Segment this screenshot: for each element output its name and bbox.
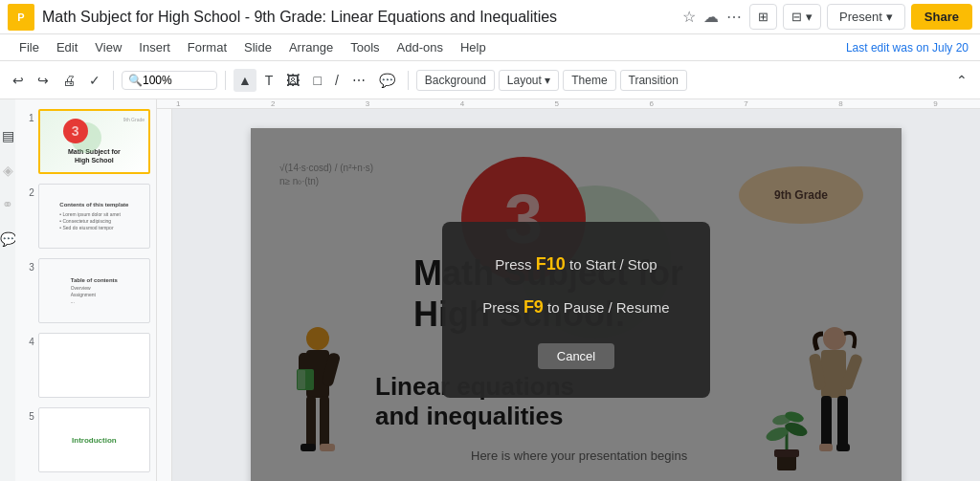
zoom-icon: 🔍	[128, 74, 143, 87]
dialog-line-1: Press F10 to Start / Stop	[480, 251, 672, 278]
slide-thumb-2[interactable]: 2 Contents of this template • Lorem ipsu…	[19, 182, 152, 251]
slide-preview-4	[38, 333, 150, 398]
dialog-line-1-suffix: to Start / Stop	[566, 256, 657, 273]
last-edit-link[interactable]: Last edit was on July 20	[846, 41, 969, 55]
text-tool-button[interactable]: T	[260, 69, 278, 92]
pointer-tool-button[interactable]: ▲	[234, 69, 256, 92]
toolbar-divider-2	[225, 71, 226, 90]
canvas-area: 1 2 3 4 5 6 7 8 9 3 9th Grade	[157, 99, 980, 481]
slide-thumb-3[interactable]: 3 Table of contents OverviewAssignment..…	[19, 256, 152, 325]
menu-view[interactable]: View	[87, 37, 129, 57]
title-action-icons: ☆ ☁ ⋯	[682, 8, 742, 26]
main-content: ▤ ◈ ⚭ 💬 1 3 Math Subject forHigh School …	[0, 99, 980, 481]
slide-preview-1: 3 Math Subject forHigh School 9th Grade	[38, 109, 150, 174]
zoom-search-box[interactable]: 🔍	[122, 71, 217, 90]
line-tool-button[interactable]: /	[330, 69, 344, 92]
present-button[interactable]: Present ▾	[827, 4, 905, 30]
filmstrip-icon[interactable]: ▤	[2, 128, 14, 143]
slide-preview-5: Introduction	[38, 407, 150, 472]
slide-preview-2: Contents of this template • Lorem ipsum …	[38, 184, 150, 249]
shape-tool-button[interactable]: □	[308, 69, 325, 92]
side-icon-strip: ▤ ◈ ⚭ 💬	[0, 99, 15, 481]
slide-canvas: 3 9th Grade √(14·s·cosd) / (n²+n·s) n≥ n…	[172, 109, 980, 481]
transition-button[interactable]: Transition	[620, 70, 687, 91]
undo-button[interactable]: ↩	[8, 69, 29, 92]
dialog-overlay: Press F10 to Start / Stop Press F9 to Pa…	[251, 128, 902, 481]
ruler-horizontal: 1 2 3 4 5 6 7 8 9	[157, 99, 980, 109]
document-title: Math Subject for High School - 9th Grade…	[42, 9, 675, 26]
slide-num-1: 1	[21, 113, 34, 123]
menu-help[interactable]: Help	[453, 37, 494, 57]
slide-num-2: 2	[21, 187, 34, 198]
last-edit-info: Last edit was on July 20	[846, 41, 969, 55]
f9-key: F9	[523, 297, 544, 317]
animation-icon[interactable]: ◈	[3, 163, 13, 178]
more-tools-button[interactable]: ⋯	[347, 69, 370, 92]
star-icon[interactable]: ☆	[682, 8, 696, 26]
f10-key: F10	[536, 254, 566, 273]
ruler-vertical	[157, 109, 172, 481]
main-slide[interactable]: 3 9th Grade √(14·s·cosd) / (n²+n·s) n≥ n…	[251, 128, 902, 481]
spellcheck-button[interactable]: ✓	[84, 69, 105, 92]
menu-arrange[interactable]: Arrange	[281, 37, 341, 57]
slide-thumb-4[interactable]: 4	[19, 331, 152, 400]
layout-toggle-button[interactable]: ⊟ ▾	[783, 4, 821, 30]
toolbar-divider-1	[113, 71, 114, 90]
slide-thumb-5[interactable]: 5 Introduction	[19, 405, 152, 474]
menu-file[interactable]: File	[11, 37, 47, 57]
dialog-line-2-prefix: Press	[482, 299, 523, 316]
toolbar: ↩ ↪ 🖨 ✓ 🔍 ▲ T 🖼 □ / ⋯ 💬 Background Layou…	[0, 61, 980, 99]
dialog-line-2: Press F9 to Pause / Resume	[480, 294, 672, 321]
cloud-icon[interactable]: ☁	[703, 8, 719, 26]
app-logo: P	[8, 4, 34, 31]
comment-strip-icon[interactable]: 💬	[0, 231, 16, 247]
dialog-line-1-prefix: Press	[495, 256, 536, 273]
zoom-input[interactable]	[143, 74, 181, 87]
dialog-line-2-suffix: to Pause / Resume	[544, 299, 670, 316]
menu-format[interactable]: Format	[180, 37, 234, 57]
background-button[interactable]: Background	[416, 70, 495, 91]
comment-button[interactable]: 💬	[374, 69, 400, 92]
toolbar-divider-3	[408, 71, 409, 90]
collapse-panel-button[interactable]: ⌃	[951, 69, 972, 92]
ruler-v-wrapper: 3 9th Grade √(14·s·cosd) / (n²+n·s) n≥ n…	[157, 109, 980, 481]
title-bar: P Math Subject for High School - 9th Gra…	[0, 0, 980, 34]
slide-num-5: 5	[21, 411, 34, 422]
keyboard-shortcut-dialog: Press F10 to Start / Stop Press F9 to Pa…	[442, 222, 710, 399]
image-tool-button[interactable]: 🖼	[281, 69, 304, 92]
print-button[interactable]: 🖨	[57, 69, 80, 92]
menu-tools[interactable]: Tools	[343, 37, 387, 57]
more-icon[interactable]: ⋯	[726, 8, 742, 26]
share-button[interactable]: Share	[911, 4, 972, 30]
menu-insert[interactable]: Insert	[131, 37, 178, 57]
thumb-2-content: Contents of this template • Lorem ipsum …	[56, 197, 132, 234]
slide-num-4: 4	[21, 337, 34, 347]
slide-thumb-1[interactable]: 1 3 Math Subject forHigh School 9th Grad…	[19, 107, 152, 176]
slide-preview-3: Table of contents OverviewAssignment...	[38, 258, 150, 323]
thumb-5-content: Introduction	[64, 428, 124, 452]
theme-button[interactable]: Theme	[563, 70, 615, 91]
thumb-3-content: Table of contents OverviewAssignment...	[67, 273, 122, 309]
layout-button[interactable]: Layout ▾	[499, 70, 559, 91]
slideshow-view-button[interactable]: ⊞	[749, 4, 777, 30]
redo-button[interactable]: ↪	[33, 69, 54, 92]
link-icon[interactable]: ⚭	[2, 197, 13, 212]
menu-slide[interactable]: Slide	[236, 37, 279, 57]
slide-panel: 1 3 Math Subject forHigh School 9th Grad…	[15, 99, 157, 481]
cancel-button[interactable]: Cancel	[538, 343, 614, 369]
menu-edit[interactable]: Edit	[49, 37, 85, 57]
header-buttons: ⊞ ⊟ ▾ Present ▾ Share	[749, 4, 972, 30]
slide-num-3: 3	[21, 262, 34, 273]
present-dropdown-icon[interactable]: ▾	[886, 10, 893, 24]
menu-bar: File Edit View Insert Format Slide Arran…	[0, 34, 980, 61]
menu-addons[interactable]: Add-ons	[390, 37, 451, 57]
present-label: Present	[839, 10, 882, 24]
